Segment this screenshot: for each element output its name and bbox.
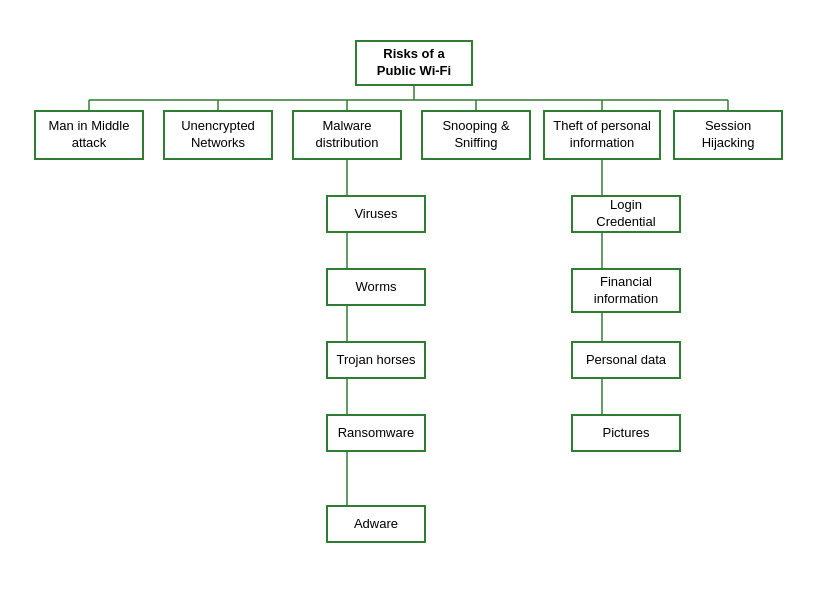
theft-node: Theft of personal information xyxy=(543,110,661,160)
man-middle-node: Man in Middle attack xyxy=(34,110,144,160)
worms-node: Worms xyxy=(326,268,426,306)
login-node: Login Credential xyxy=(571,195,681,233)
personal-node: Personal data xyxy=(571,341,681,379)
financial-node: Financial information xyxy=(571,268,681,313)
snooping-node: Snooping & Sniffing xyxy=(421,110,531,160)
unencrypted-node: Unencrypted Networks xyxy=(163,110,273,160)
root-node: Risks of a Public Wi-Fi xyxy=(355,40,473,86)
ransomware-node: Ransomware xyxy=(326,414,426,452)
chart-container: Risks of a Public Wi-Fi Man in Middle at… xyxy=(0,0,818,594)
malware-node: Malware distribution xyxy=(292,110,402,160)
trojan-node: Trojan horses xyxy=(326,341,426,379)
viruses-node: Viruses xyxy=(326,195,426,233)
pictures-node: Pictures xyxy=(571,414,681,452)
session-node: Session Hijacking xyxy=(673,110,783,160)
adware-node: Adware xyxy=(326,505,426,543)
